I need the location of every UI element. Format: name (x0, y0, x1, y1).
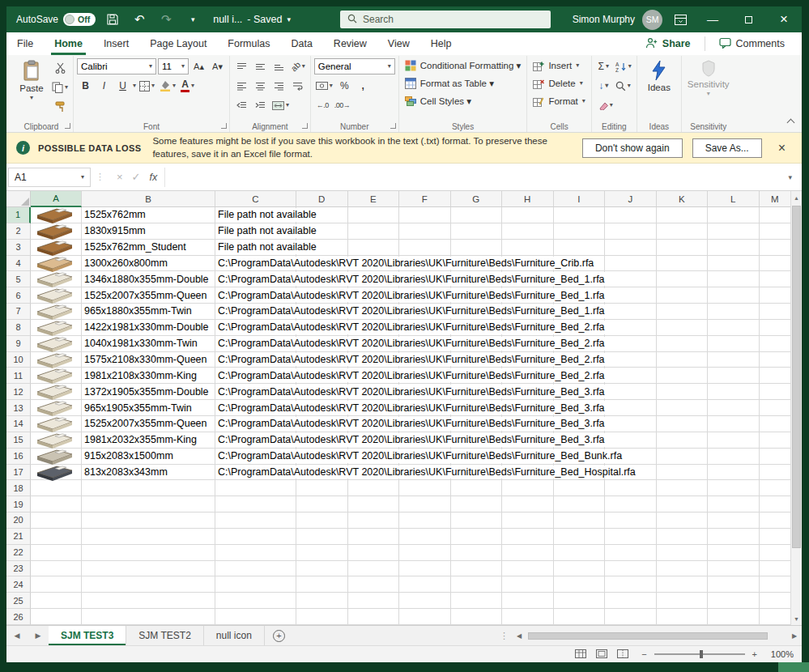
cell-M1[interactable] (760, 207, 791, 223)
vertical-scroll-thumb[interactable] (792, 206, 801, 548)
font-name-select[interactable]: Calibri▾ (77, 58, 156, 74)
cancel-entry-icon[interactable]: × (117, 171, 123, 183)
cell-F24[interactable] (399, 576, 451, 593)
normal-view-button[interactable] (575, 649, 586, 660)
cell-K13[interactable] (657, 400, 709, 416)
maximize-button[interactable] (730, 6, 766, 32)
document-title[interactable]: null i... - Saved ▾ (213, 14, 291, 25)
cell-A26[interactable] (31, 609, 82, 625)
autosum-button[interactable]: Σ▾ (595, 58, 612, 75)
cell-B24[interactable] (82, 576, 215, 593)
cell-A4[interactable] (31, 256, 82, 272)
row-header-20[interactable]: 20 (6, 513, 31, 529)
cell-B23[interactable] (82, 561, 215, 577)
cell-C18[interactable] (215, 480, 296, 496)
row-header-7[interactable]: 7 (6, 304, 31, 320)
cell-E22[interactable] (348, 545, 400, 561)
cell-C17[interactable]: C:\ProgramData\Autodesk\RVT 2020\Librari… (215, 465, 296, 481)
vertical-scrollbar[interactable]: ▲ ▼ (790, 191, 802, 625)
cell-J22[interactable] (605, 545, 657, 561)
sheet-tab-null-icon[interactable]: null icon (204, 626, 265, 645)
fill-color-button[interactable]: ▾ (158, 78, 177, 95)
cell-L9[interactable] (708, 336, 760, 352)
cell-C4[interactable]: C:\ProgramData\Autodesk\RVT 2020\Librari… (215, 256, 296, 272)
decrease-font-size-button[interactable]: A▾ (209, 58, 226, 75)
cell-A12[interactable] (31, 384, 82, 400)
align-top-button[interactable] (233, 58, 250, 75)
cell-A3[interactable] (31, 240, 82, 256)
bed-thumbnail[interactable] (33, 383, 75, 401)
bed-thumbnail[interactable] (33, 432, 75, 449)
cell-I20[interactable] (554, 513, 606, 529)
cell-E20[interactable] (348, 513, 400, 529)
cell-G1[interactable] (451, 207, 503, 223)
cell-K10[interactable] (657, 352, 709, 368)
cell-B3[interactable]: 1525x762mm_Student (82, 240, 215, 256)
column-header-D[interactable]: D (296, 191, 348, 207)
clear-button[interactable]: ▾ (595, 97, 615, 114)
cell-L22[interactable] (708, 545, 760, 561)
cell-A10[interactable] (31, 352, 82, 368)
autosave-toggle[interactable]: AutoSave Off (16, 13, 96, 26)
cell-L5[interactable] (708, 271, 760, 287)
cell-C16[interactable]: C:\ProgramData\Autodesk\RVT 2020\Librari… (215, 449, 296, 465)
cell-J6[interactable] (605, 287, 657, 304)
row-header-11[interactable]: 11 (6, 368, 31, 384)
cell-M12[interactable] (760, 384, 791, 400)
cell-K26[interactable] (657, 609, 709, 625)
zoom-slider[interactable] (654, 653, 745, 655)
crib-thumbnail[interactable] (33, 255, 75, 273)
tab-formulas[interactable]: Formulas (217, 32, 280, 55)
number-format-select[interactable]: General▾ (314, 58, 395, 74)
cell-L18[interactable] (708, 480, 760, 496)
hospital-bed-thumbnail[interactable] (33, 464, 75, 482)
cell-M22[interactable] (760, 545, 791, 561)
scroll-left-icon[interactable]: ◀ (512, 632, 526, 640)
name-box-splitter[interactable]: ⋮ (91, 172, 109, 182)
cell-M4[interactable] (760, 256, 791, 272)
cell-E26[interactable] (348, 609, 400, 625)
cell-L6[interactable] (708, 287, 760, 304)
row-header-6[interactable]: 6 (6, 287, 31, 304)
cell-B21[interactable] (82, 529, 215, 545)
horizontal-scrollbar[interactable]: ◀ ▶ (512, 626, 802, 645)
minimize-button[interactable]: — (695, 6, 730, 32)
cell-M2[interactable] (760, 223, 791, 240)
cell-K5[interactable] (657, 271, 709, 287)
cell-A13[interactable] (31, 400, 82, 416)
percent-style-button[interactable]: % (336, 78, 353, 95)
italic-button[interactable]: I (96, 78, 113, 95)
cell-C25[interactable] (215, 593, 296, 609)
clipboard-dialog-launcher[interactable] (65, 123, 70, 129)
cell-J25[interactable] (605, 593, 657, 609)
tab-view[interactable]: View (377, 32, 420, 55)
cell-J9[interactable] (605, 336, 657, 352)
cell-J4[interactable] (605, 256, 657, 272)
cell-L4[interactable] (708, 256, 760, 272)
cell-L26[interactable] (708, 609, 760, 625)
cell-L3[interactable] (708, 240, 760, 256)
cell-I18[interactable] (554, 480, 606, 496)
cell-L23[interactable] (708, 561, 760, 577)
save-icon[interactable] (103, 10, 122, 29)
cell-J11[interactable] (605, 368, 657, 384)
column-header-E[interactable]: E (348, 191, 400, 207)
cell-G22[interactable] (451, 545, 503, 561)
cell-A15[interactable] (31, 432, 82, 449)
cell-B9[interactable]: 1040x1981x330mm-Twin (82, 336, 215, 352)
cell-D25[interactable] (296, 593, 348, 609)
row-header-18[interactable]: 18 (6, 480, 31, 496)
new-sheet-button[interactable]: + (265, 626, 293, 645)
bed-thumbnail[interactable] (33, 287, 75, 304)
cell-D23[interactable] (296, 561, 348, 577)
ideas-button[interactable]: Ideas (641, 57, 678, 92)
cell-M7[interactable] (760, 304, 791, 320)
paste-button[interactable]: Paste ▾ (13, 57, 50, 120)
row-header-12[interactable]: 12 (6, 384, 31, 400)
cell-E1[interactable] (348, 207, 400, 223)
cell-K21[interactable] (657, 529, 709, 545)
row-header-1[interactable]: 1 (6, 207, 31, 223)
row-header-3[interactable]: 3 (6, 240, 31, 256)
cell-M10[interactable] (760, 352, 791, 368)
cell-B5[interactable]: 1346x1880x355mm-Double (82, 271, 215, 287)
